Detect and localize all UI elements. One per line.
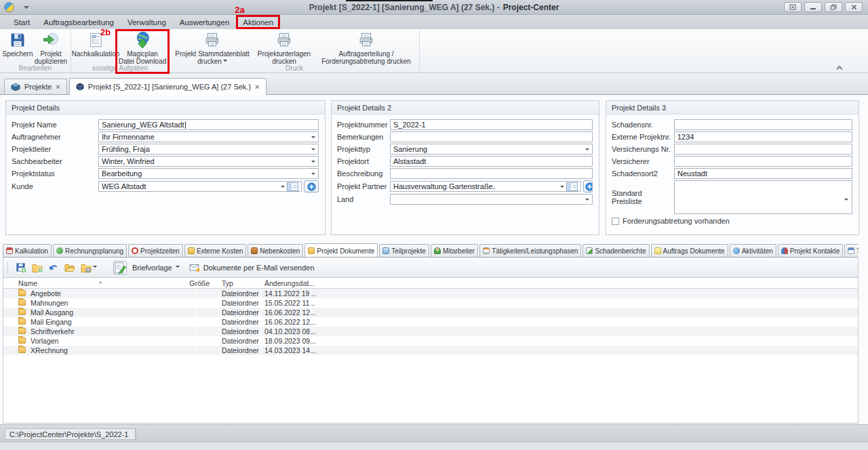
nachkalkulation-button[interactable]: Nachkalkulation [73,30,118,58]
briefvorlage-button[interactable]: Briefvorlage [106,260,184,276]
field-label: Standard Preisliste [612,189,674,205]
menu-verwaltung[interactable]: Verwaltung [121,15,173,29]
combo-caret-icon[interactable] [311,148,315,152]
projekt-partner-combobox[interactable]: Hausverwaltung Gartenstraße, [390,181,581,192]
menu-aktionen[interactable]: 2a Aktionen [236,15,280,29]
tab-teilprojekte[interactable]: Teilprojekte [379,244,429,257]
projektort-input[interactable]: Alstastadt [390,156,593,167]
schadensnr-input[interactable] [674,119,852,130]
land-combobox[interactable] [390,194,593,205]
save-icon [9,31,26,49]
projekt-name-input[interactable]: Sanierung_WEG Altstadt [98,119,319,130]
column-header-type[interactable]: Typ [222,279,233,287]
tab-auftrags-dokumente[interactable]: Auftrags Dokumente [651,244,728,257]
bemerkungen-input[interactable] [390,131,593,142]
field-label: Projekt Partner [337,182,390,190]
projektunterlagen-drucken-button[interactable]: Projektunterlagendrucken [253,30,315,65]
table-row[interactable]: Mail Ausgang Dateiordner16.06.2022 12... [3,308,858,317]
combo-caret-icon[interactable] [281,186,285,190]
tab-mitarbeiter[interactable]: Mitarbeiter [431,244,478,257]
save-document-button[interactable] [15,262,27,274]
versicherer-input[interactable] [674,156,852,167]
speichern-button[interactable]: Speichern [2,30,33,58]
restore-button[interactable] [825,2,842,12]
menu-start[interactable]: Start [7,15,37,29]
tab-schadenberichte[interactable]: Schadenberichte [583,244,649,257]
add-kunde-button[interactable] [304,180,319,192]
undo-button[interactable] [47,262,60,274]
close-button[interactable] [845,2,863,12]
table-row[interactable]: XRechnung Dateiordner14.03.2023 14... [3,346,858,355]
tab-kalkulation[interactable]: Kalkulation [3,244,52,257]
column-header-name[interactable]: Name [18,279,37,287]
standard-preisliste-combobox[interactable] [674,180,852,214]
projektnummer-input[interactable]: S_2022-1 [390,119,593,130]
project-path: C:\ProjectCenter\Projekte\S_2022-1 [5,428,136,440]
add-folder-button[interactable] [31,262,43,274]
combo-caret-icon[interactable] [585,148,589,152]
collapse-ribbon-icon[interactable] [835,64,844,70]
contact-card-icon[interactable] [287,182,298,191]
tab-projekt-detail[interactable]: Projekt [S_2022-1] [Sanierung_WEG A] (27… [69,78,267,95]
fullscreen-button[interactable] [784,2,802,12]
schadensort2-input[interactable]: Neustadt [674,168,852,179]
quick-access-caret-icon[interactable] [24,6,29,12]
table-row[interactable]: Vorlagen Dateiordner18.09.2023 09... [3,336,858,346]
tab-projektzeiten[interactable]: Projektzeiten [128,244,183,257]
close-tab-icon[interactable]: × [56,83,60,90]
add-projekt-partner-button[interactable] [583,180,593,192]
projektleiter-combobox[interactable]: Frühling, Fraja [98,144,319,155]
table-row[interactable]: Angebote Dateiordner14.11.2022 19... [3,289,858,298]
combo-caret-icon[interactable] [844,199,848,203]
app-logo-icon[interactable] [4,2,14,12]
folder-options-button[interactable] [80,262,98,274]
tab-rechnungsplanung[interactable]: Rechnungsplanung [53,244,127,257]
minimize-button[interactable] [804,2,822,12]
magicplan-datei-download-button[interactable]: 2b MagicplanDatei Download [118,30,167,65]
auftragserteilung-drucken-button[interactable]: Auftragserteilung /Forderungsabtretung d… [315,30,417,65]
tab-projekt-detail-label: Projekt [S_2022-1] [Sanierung_WEG A] (27… [88,83,251,91]
field-label: Schadensnr. [612,121,674,129]
projekttyp-combobox[interactable]: Sanierung [390,144,593,155]
externe-projektnr-input[interactable]: 1234 [674,131,852,142]
projektstatus-combobox[interactable]: Bearbeitung [98,168,319,179]
tab-aktivitaeten[interactable]: Aktivitäten [730,244,776,257]
versicherungs-nr-input[interactable] [674,144,852,155]
close-tab-icon[interactable]: × [255,83,259,90]
window-bottom-frame [0,442,868,450]
table-row[interactable]: Mail Eingang Dateiordner16.06.2022 12... [3,317,858,327]
open-folder-button[interactable] [64,262,76,274]
email-documents-button[interactable]: Dokumente per E-Mail versenden [184,261,319,274]
tab-projekt-dokumente[interactable]: Projekt Dokumente [304,243,378,258]
table-row[interactable]: Mahnungen Dateiordner15.05.2022 11... [3,298,858,308]
panel-title: Projekt Details 3 [606,101,859,115]
report-check-icon [586,247,593,254]
combo-caret-icon[interactable] [560,186,564,190]
column-header-modified[interactable]: Änderungsdat... [264,279,315,287]
sachbearbeiter-combobox[interactable]: Winter, Winfried [98,156,319,167]
tab-termine[interactable]: Termine [844,244,859,257]
auftragnehmer-combobox[interactable]: Ihr Firmenname [98,131,319,142]
toolbar-grip[interactable] [7,262,9,274]
menu-auswertungen[interactable]: Auswertungen [173,15,237,29]
projekt-duplizieren-button[interactable]: Projektduplizieren [33,30,68,65]
column-header-size[interactable]: Größe [180,279,210,287]
stammdatenblatt-drucken-button[interactable]: Projekt Stammdatenblatt drucken [172,30,253,65]
combo-caret-icon[interactable] [311,173,315,177]
tab-taetigkeiten[interactable]: Tätigkeiten/Leistungsphasen [479,244,581,257]
tab-nebenkosten[interactable]: Nebenkosten [248,244,303,257]
tab-projekt-kontakte[interactable]: Projekt Kontakte [778,244,843,257]
kalkulation-icon [6,247,13,254]
column-separator [310,289,311,355]
combo-caret-icon[interactable] [311,161,315,165]
contact-card-icon[interactable] [566,182,578,191]
table-row[interactable]: Schriftverkehr Dateiordner04.10.2023 08.… [3,327,858,336]
tab-externe-kosten[interactable]: Externe Kosten [184,244,246,257]
beschreibung-input[interactable] [390,168,593,179]
combo-caret-icon[interactable] [585,199,589,203]
forderungsabtretung-checkbox[interactable] [612,218,619,225]
combo-caret-icon[interactable] [311,136,315,140]
tab-projekte[interactable]: Projekte × [4,79,67,94]
folder-icon [18,338,26,344]
kunde-combobox[interactable]: WEG Altstadt [98,181,302,192]
